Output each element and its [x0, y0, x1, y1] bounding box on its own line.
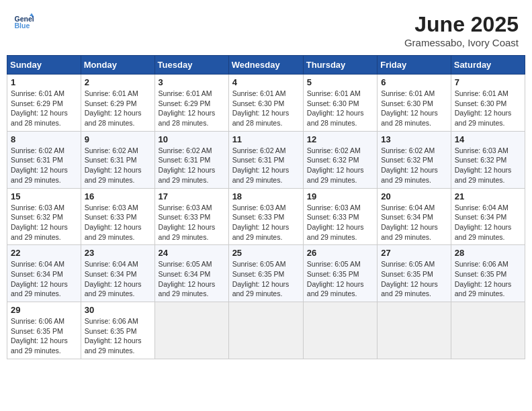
table-row: 17 Sunrise: 6:03 AM Sunset: 6:33 PM Dayl… — [154, 188, 228, 245]
table-row: 14 Sunrise: 6:03 AM Sunset: 6:32 PM Dayl… — [451, 131, 525, 188]
header-tuesday: Tuesday — [154, 56, 228, 75]
table-row: 4 Sunrise: 6:01 AM Sunset: 6:30 PM Dayli… — [228, 75, 303, 132]
day-detail: Sunrise: 6:02 AM Sunset: 6:31 PM Dayligh… — [85, 146, 151, 185]
table-row: 18 Sunrise: 6:03 AM Sunset: 6:33 PM Dayl… — [228, 188, 303, 245]
day-number: 29 — [11, 305, 77, 315]
table-row: 3 Sunrise: 6:01 AM Sunset: 6:29 PM Dayli… — [154, 75, 228, 132]
location-subtitle: Gramessabo, Ivory Coast — [404, 37, 519, 48]
table-row: 21 Sunrise: 6:04 AM Sunset: 6:34 PM Dayl… — [451, 188, 525, 245]
svg-text:Blue: Blue — [15, 21, 30, 30]
table-row: 16 Sunrise: 6:03 AM Sunset: 6:33 PM Dayl… — [81, 188, 154, 245]
header-saturday: Saturday — [451, 56, 525, 75]
day-number: 10 — [159, 134, 225, 144]
header-sunday: Sunday — [7, 56, 81, 75]
day-number: 17 — [159, 191, 225, 201]
table-row — [154, 302, 228, 359]
day-detail: Sunrise: 6:03 AM Sunset: 6:33 PM Dayligh… — [307, 203, 373, 242]
header-thursday: Thursday — [303, 56, 377, 75]
day-detail: Sunrise: 6:04 AM Sunset: 6:34 PM Dayligh… — [455, 203, 521, 242]
day-number: 24 — [159, 248, 225, 258]
day-number: 25 — [232, 248, 300, 258]
day-detail: Sunrise: 6:05 AM Sunset: 6:35 PM Dayligh… — [307, 259, 373, 299]
table-row: 26 Sunrise: 6:05 AM Sunset: 6:35 PM Dayl… — [303, 245, 377, 302]
day-detail: Sunrise: 6:04 AM Sunset: 6:34 PM Dayligh… — [381, 203, 447, 242]
calendar-week-row: 29 Sunrise: 6:06 AM Sunset: 6:35 PM Dayl… — [7, 302, 525, 359]
day-number: 6 — [381, 77, 447, 87]
day-detail: Sunrise: 6:04 AM Sunset: 6:34 PM Dayligh… — [11, 259, 77, 299]
table-row: 20 Sunrise: 6:04 AM Sunset: 6:34 PM Dayl… — [378, 188, 451, 245]
table-row: 10 Sunrise: 6:02 AM Sunset: 6:31 PM Dayl… — [154, 131, 228, 188]
day-detail: Sunrise: 6:02 AM Sunset: 6:31 PM Dayligh… — [11, 146, 77, 185]
table-row: 15 Sunrise: 6:03 AM Sunset: 6:32 PM Dayl… — [7, 188, 81, 245]
day-detail: Sunrise: 6:03 AM Sunset: 6:32 PM Dayligh… — [455, 146, 521, 185]
day-detail: Sunrise: 6:03 AM Sunset: 6:33 PM Dayligh… — [85, 203, 151, 242]
day-number: 8 — [11, 134, 77, 144]
day-number: 12 — [307, 134, 373, 144]
day-detail: Sunrise: 6:01 AM Sunset: 6:30 PM Dayligh… — [455, 89, 521, 128]
day-number: 5 — [307, 77, 373, 87]
calendar-week-row: 8 Sunrise: 6:02 AM Sunset: 6:31 PM Dayli… — [7, 131, 525, 188]
day-number: 26 — [307, 248, 373, 258]
logo: General Blue — [13, 12, 34, 32]
day-detail: Sunrise: 6:05 AM Sunset: 6:34 PM Dayligh… — [159, 259, 225, 299]
table-row: 28 Sunrise: 6:06 AM Sunset: 6:35 PM Dayl… — [451, 245, 525, 302]
table-row: 30 Sunrise: 6:06 AM Sunset: 6:35 PM Dayl… — [81, 302, 154, 359]
day-number: 19 — [307, 191, 373, 201]
day-number: 18 — [232, 191, 300, 201]
day-detail: Sunrise: 6:02 AM Sunset: 6:31 PM Dayligh… — [232, 146, 300, 185]
day-number: 9 — [85, 134, 151, 144]
calendar-week-row: 1 Sunrise: 6:01 AM Sunset: 6:29 PM Dayli… — [7, 75, 525, 132]
table-row: 27 Sunrise: 6:05 AM Sunset: 6:35 PM Dayl… — [378, 245, 451, 302]
table-row: 19 Sunrise: 6:03 AM Sunset: 6:33 PM Dayl… — [303, 188, 377, 245]
table-row: 13 Sunrise: 6:02 AM Sunset: 6:32 PM Dayl… — [378, 131, 451, 188]
logo-icon: General Blue — [13, 12, 34, 32]
table-row: 1 Sunrise: 6:01 AM Sunset: 6:29 PM Dayli… — [7, 75, 81, 132]
day-detail: Sunrise: 6:01 AM Sunset: 6:30 PM Dayligh… — [381, 89, 447, 128]
table-row: 24 Sunrise: 6:05 AM Sunset: 6:34 PM Dayl… — [154, 245, 228, 302]
day-detail: Sunrise: 6:05 AM Sunset: 6:35 PM Dayligh… — [381, 259, 447, 299]
table-row: 9 Sunrise: 6:02 AM Sunset: 6:31 PM Dayli… — [81, 131, 154, 188]
table-row — [228, 302, 303, 359]
day-detail: Sunrise: 6:06 AM Sunset: 6:35 PM Dayligh… — [11, 316, 77, 356]
table-row — [451, 302, 525, 359]
day-detail: Sunrise: 6:01 AM Sunset: 6:29 PM Dayligh… — [85, 89, 151, 128]
day-detail: Sunrise: 6:03 AM Sunset: 6:33 PM Dayligh… — [232, 203, 300, 242]
day-number: 22 — [11, 248, 77, 258]
day-detail: Sunrise: 6:01 AM Sunset: 6:30 PM Dayligh… — [307, 89, 373, 128]
table-row: 6 Sunrise: 6:01 AM Sunset: 6:30 PM Dayli… — [378, 75, 451, 132]
header-monday: Monday — [81, 56, 154, 75]
day-detail: Sunrise: 6:05 AM Sunset: 6:35 PM Dayligh… — [232, 259, 300, 299]
day-detail: Sunrise: 6:04 AM Sunset: 6:34 PM Dayligh… — [85, 259, 151, 299]
day-number: 14 — [455, 134, 521, 144]
day-detail: Sunrise: 6:03 AM Sunset: 6:33 PM Dayligh… — [159, 203, 225, 242]
day-number: 1 — [11, 77, 77, 87]
day-detail: Sunrise: 6:02 AM Sunset: 6:32 PM Dayligh… — [381, 146, 447, 185]
table-row — [378, 302, 451, 359]
calendar-body: 1 Sunrise: 6:01 AM Sunset: 6:29 PM Dayli… — [7, 75, 525, 359]
table-row: 12 Sunrise: 6:02 AM Sunset: 6:32 PM Dayl… — [303, 131, 377, 188]
table-row: 25 Sunrise: 6:05 AM Sunset: 6:35 PM Dayl… — [228, 245, 303, 302]
day-number: 20 — [381, 191, 447, 201]
day-number: 11 — [232, 134, 300, 144]
day-detail: Sunrise: 6:03 AM Sunset: 6:32 PM Dayligh… — [11, 203, 77, 242]
day-detail: Sunrise: 6:06 AM Sunset: 6:35 PM Dayligh… — [85, 316, 151, 356]
header-friday: Friday — [378, 56, 451, 75]
day-detail: Sunrise: 6:01 AM Sunset: 6:29 PM Dayligh… — [159, 89, 225, 128]
calendar-week-row: 15 Sunrise: 6:03 AM Sunset: 6:32 PM Dayl… — [7, 188, 525, 245]
day-number: 27 — [381, 248, 447, 258]
day-number: 23 — [85, 248, 151, 258]
table-row: 23 Sunrise: 6:04 AM Sunset: 6:34 PM Dayl… — [81, 245, 154, 302]
day-number: 15 — [11, 191, 77, 201]
day-detail: Sunrise: 6:01 AM Sunset: 6:30 PM Dayligh… — [232, 89, 300, 128]
day-number: 28 — [455, 248, 521, 258]
day-number: 2 — [85, 77, 151, 87]
table-row: 2 Sunrise: 6:01 AM Sunset: 6:29 PM Dayli… — [81, 75, 154, 132]
calendar-table: Sunday Monday Tuesday Wednesday Thursday… — [7, 55, 525, 359]
table-row: 29 Sunrise: 6:06 AM Sunset: 6:35 PM Dayl… — [7, 302, 81, 359]
page-header: General Blue June 2025 Gramessabo, Ivory… — [7, 7, 525, 51]
day-detail: Sunrise: 6:06 AM Sunset: 6:35 PM Dayligh… — [455, 259, 521, 299]
day-number: 30 — [85, 305, 151, 315]
table-row: 11 Sunrise: 6:02 AM Sunset: 6:31 PM Dayl… — [228, 131, 303, 188]
header-wednesday: Wednesday — [228, 56, 303, 75]
day-number: 13 — [381, 134, 447, 144]
